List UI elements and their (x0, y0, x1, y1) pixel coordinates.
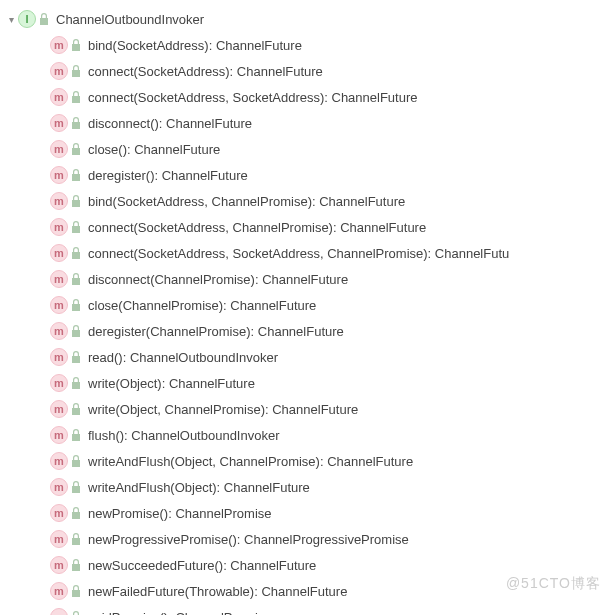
method-signature: connect(SocketAddress): ChannelFuture (88, 64, 323, 79)
method-signature: writeAndFlush(Object): ChannelFuture (88, 480, 310, 495)
method-row[interactable]: mclose(ChannelPromise): ChannelFuture (4, 292, 615, 318)
method-signature: flush(): ChannelOutboundInvoker (88, 428, 280, 443)
class-name: ChannelOutboundInvoker (56, 12, 204, 27)
lock-icon (70, 350, 82, 364)
lock-icon (70, 324, 82, 338)
method-row[interactable]: mread(): ChannelOutboundInvoker (4, 344, 615, 370)
method-signature: close(ChannelPromise): ChannelFuture (88, 298, 316, 313)
method-signature: disconnect(ChannelPromise): ChannelFutur… (88, 272, 348, 287)
lock-icon (70, 90, 82, 104)
lock-icon (70, 532, 82, 546)
lock-icon (70, 194, 82, 208)
method-row[interactable]: mnewProgressivePromise(): ChannelProgres… (4, 526, 615, 552)
method-signature: close(): ChannelFuture (88, 142, 220, 157)
chevron-down-icon[interactable]: ▾ (4, 14, 18, 25)
method-signature: newPromise(): ChannelPromise (88, 506, 272, 521)
class-row[interactable]: ▾ I ChannelOutboundInvoker (4, 6, 615, 32)
interface-icon: I (18, 10, 36, 28)
method-icon: m (50, 478, 68, 496)
method-icon: m (50, 140, 68, 158)
method-row[interactable]: mnewPromise(): ChannelPromise (4, 500, 615, 526)
method-icon: m (50, 582, 68, 600)
lock-icon (70, 610, 82, 615)
method-icon: m (50, 114, 68, 132)
method-icon: m (50, 504, 68, 522)
watermark: @51CTO博客 (506, 575, 601, 593)
lock-icon (70, 168, 82, 182)
structure-tree: ▾ I ChannelOutboundInvoker mbind(SocketA… (0, 0, 615, 615)
lock-icon (70, 454, 82, 468)
method-signature: write(Object, ChannelPromise): ChannelFu… (88, 402, 358, 417)
method-row[interactable]: mconnect(SocketAddress, SocketAddress, C… (4, 240, 615, 266)
lock-icon (70, 584, 82, 598)
method-signature: deregister(): ChannelFuture (88, 168, 248, 183)
method-icon: m (50, 244, 68, 262)
lock-icon (70, 402, 82, 416)
method-icon: m (50, 374, 68, 392)
method-signature: newProgressivePromise(): ChannelProgress… (88, 532, 409, 547)
method-row[interactable]: mdisconnect(): ChannelFuture (4, 110, 615, 136)
method-icon: m (50, 36, 68, 54)
method-icon: m (50, 348, 68, 366)
method-row[interactable]: mderegister(ChannelPromise): ChannelFutu… (4, 318, 615, 344)
method-row[interactable]: mderegister(): ChannelFuture (4, 162, 615, 188)
lock-icon (70, 38, 82, 52)
lock-icon (70, 220, 82, 234)
method-signature: connect(SocketAddress, SocketAddress, Ch… (88, 246, 509, 261)
method-row[interactable]: mwriteAndFlush(Object): ChannelFuture (4, 474, 615, 500)
method-icon: m (50, 296, 68, 314)
method-icon: m (50, 270, 68, 288)
method-signature: newFailedFuture(Throwable): ChannelFutur… (88, 584, 347, 599)
method-icon: m (50, 62, 68, 80)
method-row[interactable]: mconnect(SocketAddress): ChannelFuture (4, 58, 615, 84)
method-row[interactable]: mbind(SocketAddress): ChannelFuture (4, 32, 615, 58)
method-icon: m (50, 192, 68, 210)
method-signature: writeAndFlush(Object, ChannelPromise): C… (88, 454, 413, 469)
method-icon: m (50, 322, 68, 340)
method-row[interactable]: mconnect(SocketAddress, SocketAddress): … (4, 84, 615, 110)
method-signature: read(): ChannelOutboundInvoker (88, 350, 278, 365)
method-row[interactable]: mclose(): ChannelFuture (4, 136, 615, 162)
method-list: mbind(SocketAddress): ChannelFuturemconn… (4, 32, 615, 615)
lock-icon (70, 506, 82, 520)
lock-icon (70, 246, 82, 260)
method-icon: m (50, 88, 68, 106)
method-icon: m (50, 452, 68, 470)
method-signature: deregister(ChannelPromise): ChannelFutur… (88, 324, 344, 339)
lock-icon (70, 428, 82, 442)
method-signature: newSucceededFuture(): ChannelFuture (88, 558, 316, 573)
method-signature: connect(SocketAddress, ChannelPromise): … (88, 220, 426, 235)
method-icon: m (50, 530, 68, 548)
method-signature: bind(SocketAddress, ChannelPromise): Cha… (88, 194, 405, 209)
lock-icon (70, 298, 82, 312)
method-signature: write(Object): ChannelFuture (88, 376, 255, 391)
method-icon: m (50, 426, 68, 444)
method-icon: m (50, 218, 68, 236)
method-row[interactable]: mwrite(Object, ChannelPromise): ChannelF… (4, 396, 615, 422)
method-icon: m (50, 556, 68, 574)
method-row[interactable]: mbind(SocketAddress, ChannelPromise): Ch… (4, 188, 615, 214)
method-signature: connect(SocketAddress, SocketAddress): C… (88, 90, 418, 105)
lock-icon (38, 12, 50, 26)
method-row[interactable]: mvoidPromise(): ChannelPromise (4, 604, 615, 615)
method-icon: m (50, 166, 68, 184)
method-row[interactable]: mwriteAndFlush(Object, ChannelPromise): … (4, 448, 615, 474)
method-icon: m (50, 400, 68, 418)
method-signature: voidPromise(): ChannelPromise (88, 610, 272, 616)
lock-icon (70, 116, 82, 130)
method-signature: disconnect(): ChannelFuture (88, 116, 252, 131)
lock-icon (70, 376, 82, 390)
lock-icon (70, 64, 82, 78)
method-row[interactable]: mdisconnect(ChannelPromise): ChannelFutu… (4, 266, 615, 292)
lock-icon (70, 480, 82, 494)
lock-icon (70, 558, 82, 572)
lock-icon (70, 142, 82, 156)
method-icon: m (50, 608, 68, 615)
lock-icon (70, 272, 82, 286)
method-row[interactable]: mwrite(Object): ChannelFuture (4, 370, 615, 396)
method-row[interactable]: mconnect(SocketAddress, ChannelPromise):… (4, 214, 615, 240)
method-row[interactable]: mflush(): ChannelOutboundInvoker (4, 422, 615, 448)
method-signature: bind(SocketAddress): ChannelFuture (88, 38, 302, 53)
